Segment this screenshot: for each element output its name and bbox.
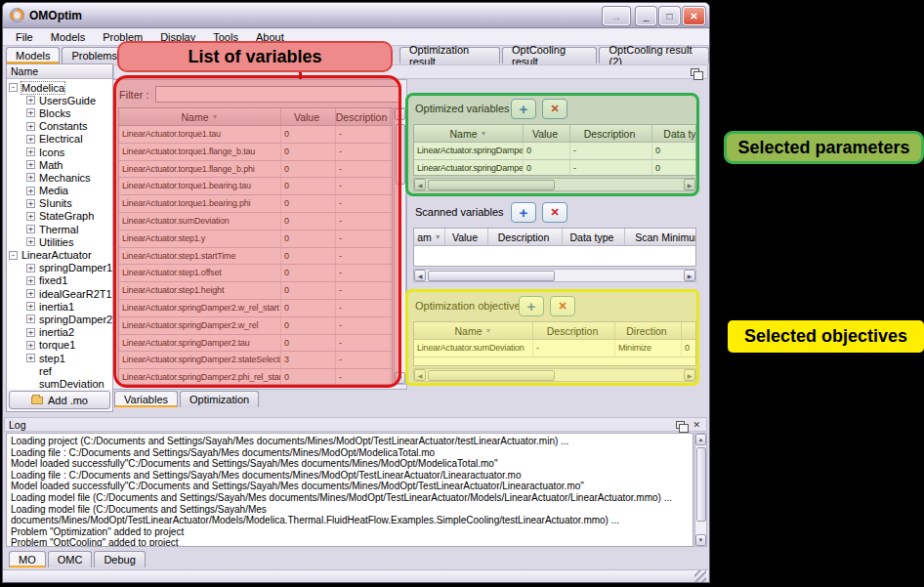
float-window-icon[interactable] — [691, 68, 699, 76]
column-header[interactable]: Direction — [615, 322, 682, 339]
scroll-up-icon[interactable]: ▲ — [695, 434, 706, 445]
tree-item[interactable]: + Blocks — [9, 106, 112, 119]
resize-grip[interactable] — [694, 570, 706, 582]
column-header[interactable]: Name▼ — [414, 322, 533, 339]
tree-item[interactable]: + idealGearR2T1 — [9, 287, 112, 300]
scanned-horizontal-scrollbar[interactable]: ◀ ▶ — [413, 269, 696, 282]
column-header[interactable]: Description — [570, 125, 652, 142]
forward-arrow-button[interactable]: → — [603, 7, 630, 25]
tree-item[interactable]: sumDeviation — [9, 377, 112, 389]
tree-toggle-icon[interactable] — [26, 379, 35, 388]
tree-toggle-icon[interactable]: + — [26, 147, 35, 156]
menu-item[interactable]: Models — [42, 30, 94, 44]
column-header[interactable]: Name▼ — [119, 108, 281, 125]
tree-item[interactable]: + Media — [9, 185, 112, 197]
tree-item[interactable]: + torque1 — [9, 339, 112, 352]
table-row[interactable]: LinearActuator.torque1.bearing.tau 0 - — [119, 178, 392, 195]
column-header[interactable]: Scan Minimum — [625, 229, 695, 245]
tree-toggle-icon[interactable]: + — [26, 264, 35, 273]
column-header[interactable]: Value — [281, 108, 336, 125]
scrollbar-thumb[interactable] — [696, 447, 706, 522]
tree-item[interactable]: + SIunits — [9, 197, 112, 210]
scrollbar-thumb[interactable] — [428, 180, 555, 190]
log-tab[interactable]: Debug — [94, 551, 145, 567]
tree-toggle-icon[interactable]: + — [26, 173, 35, 182]
panel-tab[interactable]: Optimization — [180, 391, 259, 407]
tree-toggle-icon[interactable]: - — [9, 251, 18, 260]
scroll-right-icon[interactable]: ▶ — [684, 179, 695, 190]
table-row[interactable]: LinearActuator.step1.height 0 - — [119, 282, 392, 300]
scroll-down-icon[interactable]: ▼ — [395, 372, 405, 384]
log-tab[interactable]: OMC — [48, 551, 93, 567]
column-header[interactable]: Value — [445, 229, 488, 245]
table-row[interactable]: LinearActuator.step1.offset 0 - — [119, 265, 392, 282]
filter-input[interactable] — [155, 86, 401, 103]
scroll-right-icon[interactable]: ▶ — [684, 270, 695, 281]
scrollbar-thumb[interactable] — [428, 370, 555, 381]
variables-vertical-scrollbar[interactable]: ▲ ▼ — [394, 107, 406, 385]
tree-toggle-icon[interactable]: + — [26, 302, 35, 311]
add-mo-button[interactable]: Add .mo — [9, 391, 110, 409]
menu-item[interactable]: Problem — [94, 30, 151, 44]
tree-toggle-icon[interactable]: + — [26, 108, 35, 117]
tree-item[interactable]: + UsersGuide — [9, 94, 112, 106]
result-tab[interactable]: OptCooling result — [502, 47, 597, 63]
column-header[interactable]: Name▼ — [414, 125, 524, 142]
table-row[interactable]: LinearActuator.sumDeviation 0 - — [119, 213, 392, 231]
tree-toggle-icon[interactable]: + — [26, 314, 35, 323]
table-row[interactable]: LinearActuator.springDamper2.tau 0 - — [119, 335, 392, 353]
column-header[interactable]: N — [682, 322, 695, 339]
table-row[interactable]: LinearActuator.torque1.flange_b.tau 0 - — [119, 144, 392, 161]
objectives-horizontal-scrollbar[interactable]: ◀ ▶ — [413, 368, 696, 382]
scroll-right-icon[interactable]: ▶ — [684, 369, 695, 381]
left-tab[interactable]: Models — [6, 47, 60, 63]
table-row[interactable]: LinearActuator.springDamper2.d 0 - 0 — [414, 143, 695, 160]
tree-toggle-icon[interactable]: + — [26, 187, 35, 195]
tree-toggle-icon[interactable] — [26, 366, 35, 375]
menu-item[interactable]: Tools — [204, 30, 247, 44]
table-row[interactable]: LinearActuator.sumDeviation - Minimize 0 — [414, 340, 695, 357]
menu-item[interactable]: File — [7, 30, 42, 44]
tree-item[interactable]: - LinearActuator — [9, 248, 112, 261]
remove-optimized-variable-button[interactable]: ✕ — [542, 99, 567, 119]
column-header[interactable]: Data type — [563, 229, 625, 245]
add-objective-button[interactable]: + — [519, 296, 544, 316]
table-row[interactable]: LinearActuator.springDamper2.phi_rel_sta… — [119, 369, 392, 385]
title-bar[interactable]: OMOptim → _ □ ✕ — [3, 3, 709, 28]
column-header[interactable]: Data ty — [652, 125, 695, 142]
optimized-horizontal-scrollbar[interactable]: ◀ ▶ — [413, 178, 696, 191]
column-header[interactable]: Description — [488, 229, 563, 245]
tree-item[interactable]: ref — [9, 364, 112, 377]
table-row[interactable]: LinearActuator.torque1.flange_b.phi 0 - — [119, 161, 392, 179]
log-vertical-scrollbar[interactable]: ▲ ▼ — [694, 433, 707, 547]
tree-toggle-icon[interactable]: + — [26, 354, 35, 362]
minimize-button[interactable]: _ — [636, 7, 656, 25]
table-row[interactable]: LinearActuator.torque1.tau 0 - — [119, 126, 392, 144]
panel-tab[interactable]: Variables — [114, 391, 178, 407]
tree-item[interactable]: + Electrical — [9, 133, 112, 146]
table-row[interactable]: LinearActuator.springDamper1.d 0 - 0 — [414, 160, 695, 176]
tree-item[interactable]: + inertia1 — [9, 300, 112, 313]
tree-toggle-icon[interactable]: + — [26, 237, 35, 246]
column-header[interactable]: Description — [336, 108, 391, 125]
left-tab[interactable]: Problems — [62, 47, 126, 63]
tree-toggle-icon[interactable]: + — [26, 122, 35, 131]
scroll-down-icon[interactable]: ▼ — [695, 534, 706, 546]
tree-header[interactable]: Name — [7, 64, 112, 79]
tree-toggle-icon[interactable]: - — [9, 83, 18, 92]
tree-item[interactable]: + step1 — [9, 352, 112, 364]
tree-toggle-icon[interactable]: + — [26, 341, 35, 350]
close-button[interactable]: ✕ — [683, 7, 705, 25]
tree-item[interactable]: + springDamper2 — [9, 313, 112, 325]
table-row[interactable]: LinearActuator.torque1.bearing.phi 0 - — [119, 195, 392, 213]
tree-toggle-icon[interactable]: + — [26, 135, 35, 144]
log-tab[interactable]: MO — [9, 551, 46, 567]
tree-item[interactable]: + Constants — [9, 120, 112, 133]
scroll-up-icon[interactable]: ▲ — [395, 108, 405, 120]
table-row[interactable]: LinearActuator.springDamper2.w_rel 0 - — [119, 317, 392, 335]
close-dock-icon[interactable]: ✕ — [693, 420, 700, 430]
column-header[interactable]: am▼ — [414, 229, 445, 245]
scroll-left-icon[interactable]: ◀ — [414, 270, 426, 281]
tree-item[interactable]: + StateGraph — [9, 210, 112, 223]
tree-item[interactable]: + Mechanics — [9, 171, 112, 184]
